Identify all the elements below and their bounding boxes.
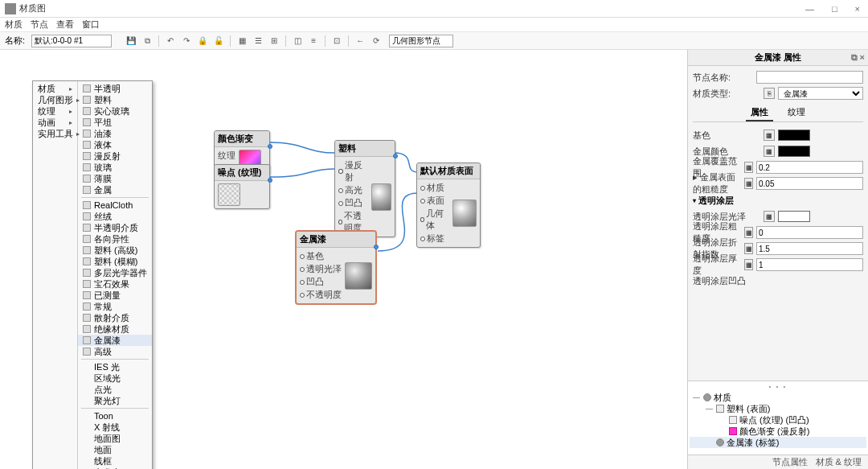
geom-node-input[interactable] [389, 35, 453, 47]
context-menu-item[interactable]: 实心玻璃 [78, 105, 152, 117]
tab-node-props[interactable]: 节点属性 [772, 456, 808, 468]
context-menu-item[interactable]: 绝缘材质 [78, 323, 152, 335]
menu-material[interactable]: 材质 [5, 19, 23, 31]
node-input-row[interactable]: 表面 [420, 195, 449, 207]
minimize-button[interactable]: — [802, 4, 817, 14]
tree-icon[interactable]: ⊞ [268, 35, 280, 47]
tree-item[interactable]: —材质 [690, 392, 866, 403]
context-menu-item[interactable]: 金属漆 [78, 335, 152, 346]
node-input-row[interactable]: 不透明度 [300, 289, 342, 301]
context-menu-item[interactable]: 地面 [78, 444, 152, 455]
context-menu-item[interactable]: 玻璃 [78, 162, 152, 173]
node-name-input[interactable] [756, 71, 863, 84]
node-noise[interactable]: 噪点 (纹理) [214, 164, 270, 209]
material-type-select[interactable]: 金属漆 [778, 87, 863, 100]
context-menu-item[interactable]: 地面图 [78, 433, 152, 444]
texture-link-icon[interactable]: ▦ [744, 259, 753, 270]
tab-textures[interactable]: 纹理 [783, 105, 810, 121]
node-input-row[interactable]: 凹凸 [338, 197, 368, 209]
undo-icon[interactable]: ↶ [164, 35, 177, 47]
output-port[interactable] [393, 154, 398, 158]
output-port[interactable] [268, 178, 272, 183]
tab-mat-tex[interactable]: 材质 & 纹理 [816, 456, 862, 468]
texture-link-icon[interactable]: ▦ [744, 243, 753, 254]
context-menu-category[interactable]: 纹理▸ [33, 105, 77, 117]
context-menu-item[interactable]: 塑料 (高级) [78, 245, 152, 256]
context-menu-category[interactable]: 材质▸ [33, 83, 77, 94]
context-menu-item[interactable]: 油漆 [78, 128, 152, 139]
refresh-icon[interactable]: ⟳ [370, 35, 383, 47]
context-menu-item[interactable]: 线框 [78, 455, 152, 467]
context-menu-category[interactable]: 实用工具▸ [33, 128, 77, 139]
output-port[interactable] [374, 245, 379, 249]
list-icon[interactable]: ☰ [252, 35, 264, 47]
lock-icon[interactable]: 🔒 [196, 35, 209, 47]
number-input[interactable] [756, 258, 863, 271]
context-menu-item[interactable]: 半透明 [78, 83, 152, 94]
link-icon[interactable]: ⎘ [764, 88, 775, 99]
context-menu-item[interactable]: 塑料 (模糊) [78, 256, 152, 267]
context-menu-item[interactable]: 丝绒 [78, 211, 152, 222]
context-menu-item[interactable]: Toon [78, 410, 152, 422]
number-input[interactable] [756, 242, 863, 255]
unlock-icon[interactable]: 🔓 [212, 35, 225, 47]
context-menu-item[interactable]: RealCloth [78, 200, 152, 211]
context-menu-item[interactable]: 聚光灯 [78, 395, 152, 406]
texture-link-icon[interactable]: ▦ [764, 146, 775, 157]
context-menu-item[interactable]: 多层光学器件 [78, 267, 152, 278]
context-menu-item[interactable]: 平坦 [78, 117, 152, 128]
context-menu-item[interactable]: 点光 [78, 384, 152, 395]
context-menu-category[interactable]: 动画▸ [33, 117, 77, 128]
tree-item[interactable]: 金属漆 (标签) [690, 437, 866, 448]
node-surface[interactable]: 默认材质表面 材质表面几何体标签 [416, 163, 481, 248]
node-input-row[interactable]: 几何体 [420, 208, 449, 232]
node-input-row[interactable]: 凹凸 [300, 276, 342, 288]
menu-window[interactable]: 窗口 [82, 19, 100, 31]
drag-handle[interactable]: • • • [690, 383, 866, 390]
menu-node[interactable]: 节点 [31, 19, 48, 31]
save-icon[interactable]: 💾 [125, 35, 137, 47]
context-menu-item[interactable]: 散射介质 [78, 312, 152, 323]
texture-link-icon[interactable]: ▦ [764, 130, 775, 141]
maximize-button[interactable]: □ [829, 4, 841, 14]
context-menu-item[interactable]: 液体 [78, 139, 152, 150]
node-metal-paint[interactable]: 金属漆 基色透明光泽凹凸不透明度 [296, 231, 376, 304]
context-menu-item[interactable]: 金属 [78, 184, 152, 195]
texture-link-icon[interactable]: ▦ [764, 211, 775, 222]
prev-icon[interactable]: ← [354, 35, 366, 47]
context-menu-item[interactable]: 塑料 [78, 94, 152, 105]
section-clearcoat[interactable]: ▾ 透明涂层 [693, 195, 863, 207]
context-menu-item[interactable]: 漫反射 [78, 150, 152, 162]
node-input-row[interactable]: 透明光泽 [300, 263, 342, 275]
context-menu-item[interactable]: 区域光 [78, 372, 152, 384]
node-input-row[interactable]: 标签 [420, 232, 449, 245]
menu-view[interactable]: 查看 [56, 19, 74, 31]
layout-icon[interactable]: ◫ [291, 35, 304, 47]
close-button[interactable]: × [852, 4, 863, 14]
color-swatch[interactable] [778, 130, 810, 141]
redo-icon[interactable]: ↷ [180, 35, 193, 47]
tree-item[interactable]: 颜色渐变 (漫反射) [690, 426, 866, 437]
node-plastic[interactable]: 塑料 漫反射高光凹凸不透明度 [334, 140, 395, 237]
context-menu-item[interactable]: IES 光 [78, 361, 152, 372]
node-canvas[interactable]: 材质▸几何图形▸纹理▸动画▸实用工具▸ 半透明塑料实心玻璃平坦油漆液体漫反射玻璃… [0, 50, 687, 469]
context-menu-item[interactable]: 薄膜 [78, 173, 152, 184]
number-input[interactable] [756, 177, 863, 190]
context-menu-item[interactable]: 半透明介质 [78, 222, 152, 233]
context-menu-item[interactable]: 宝石效果 [78, 278, 152, 290]
node-input-row[interactable]: 高光 [338, 184, 368, 196]
context-menu-item[interactable]: 已测量 [78, 290, 152, 301]
align-icon[interactable]: ≡ [307, 35, 320, 47]
node-input-row[interactable]: 材质 [420, 182, 449, 194]
zoom-fit-icon[interactable]: ⊡ [330, 35, 343, 47]
panel-close-icon[interactable]: × [860, 52, 865, 63]
name-input[interactable] [31, 35, 112, 47]
tree-item[interactable]: —塑料 (表面) [690, 403, 866, 414]
node-input-row[interactable]: 基色 [300, 250, 342, 262]
number-input[interactable] [756, 161, 863, 174]
copy-icon[interactable]: ⧉ [141, 35, 154, 47]
context-menu-item[interactable]: 高级 [78, 346, 152, 357]
node-input-row[interactable]: 漫反射 [338, 159, 368, 183]
context-menu-item[interactable]: 常规 [78, 301, 152, 312]
color-swatch[interactable] [778, 146, 810, 157]
